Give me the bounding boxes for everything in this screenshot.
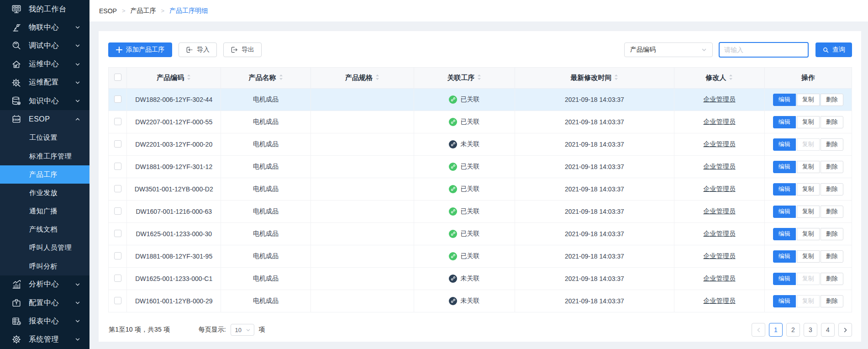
sidebar-subitem[interactable]: 通知广播 bbox=[0, 202, 89, 220]
add-product-process-button[interactable]: 添加产品工序 bbox=[108, 42, 172, 57]
add-button-label: 添加产品工序 bbox=[126, 46, 164, 54]
column-header-label: 关联工序 bbox=[447, 74, 474, 82]
copy-button[interactable]: 复制 bbox=[797, 161, 820, 173]
sidebar-item-debug[interactable]: 调试中心 bbox=[0, 37, 89, 55]
breadcrumb-link[interactable]: ESOP bbox=[99, 7, 117, 15]
edit-button[interactable]: 编辑 bbox=[773, 273, 796, 285]
row-checkbox[interactable] bbox=[114, 207, 121, 215]
modifier-link[interactable]: 企业管理员 bbox=[703, 185, 735, 192]
edit-button[interactable]: 编辑 bbox=[773, 250, 796, 263]
modifier-link[interactable]: 企业管理员 bbox=[703, 118, 735, 125]
row-checkbox[interactable] bbox=[114, 95, 121, 103]
sidebar-subitem-active[interactable]: 产品工序 bbox=[0, 165, 89, 184]
import-button[interactable]: 导入 bbox=[179, 42, 217, 57]
sidebar-item-knowledge[interactable]: 知识中心 bbox=[0, 92, 89, 110]
sidebar-item-report[interactable]: 报表中心 bbox=[0, 312, 89, 330]
row-checkbox[interactable] bbox=[114, 118, 121, 125]
search-field-select[interactable]: 产品编码 bbox=[624, 42, 713, 57]
sort-icon[interactable] bbox=[375, 74, 379, 82]
export-button[interactable]: 导出 bbox=[223, 42, 262, 57]
sort-icon[interactable] bbox=[187, 74, 191, 82]
per-page-select[interactable]: 10 bbox=[231, 324, 254, 336]
link-icon bbox=[451, 208, 456, 215]
link-icon bbox=[451, 275, 456, 282]
copy-button[interactable]: 复制 bbox=[797, 183, 820, 196]
sidebar-item-analysis[interactable]: 分析中心 bbox=[0, 275, 89, 294]
sidebar-item-esop[interactable]: ESOPESOP bbox=[0, 110, 89, 128]
column-header-spec[interactable]: 产品规格 bbox=[310, 68, 414, 89]
row-checkbox[interactable] bbox=[114, 163, 121, 170]
chevron-down-icon bbox=[75, 318, 80, 324]
modifier-link[interactable]: 企业管理员 bbox=[703, 163, 735, 170]
delete-button[interactable]: 删除 bbox=[821, 183, 843, 196]
modifier-link[interactable]: 企业管理员 bbox=[703, 230, 735, 237]
delete-button[interactable]: 删除 bbox=[821, 295, 843, 307]
sidebar-item-iot[interactable]: 物联中心 bbox=[0, 18, 89, 37]
modifier-link[interactable]: 企业管理员 bbox=[703, 275, 735, 282]
edit-button[interactable]: 编辑 bbox=[773, 138, 796, 151]
delete-button[interactable]: 删除 bbox=[821, 206, 843, 218]
modifier-link[interactable]: 企业管理员 bbox=[703, 252, 735, 259]
row-checkbox[interactable] bbox=[114, 185, 121, 192]
copy-button[interactable]: 复制 bbox=[797, 250, 820, 263]
edit-button[interactable]: 编辑 bbox=[773, 228, 796, 240]
edit-button[interactable]: 编辑 bbox=[773, 94, 796, 106]
row-checkbox[interactable] bbox=[114, 297, 121, 304]
column-header-code[interactable]: 产品编码 bbox=[127, 68, 221, 89]
edit-button[interactable]: 编辑 bbox=[773, 206, 796, 218]
query-button[interactable]: 查询 bbox=[815, 42, 852, 57]
select-all-checkbox[interactable] bbox=[114, 74, 121, 81]
delete-button[interactable]: 删除 bbox=[821, 250, 843, 263]
copy-button[interactable]: 复制 bbox=[797, 94, 820, 106]
search-input[interactable] bbox=[719, 42, 809, 58]
copy-button[interactable]: 复制 bbox=[797, 206, 820, 218]
sort-icon[interactable] bbox=[279, 74, 283, 82]
edit-button[interactable]: 编辑 bbox=[773, 116, 796, 128]
edit-button[interactable]: 编辑 bbox=[773, 161, 796, 173]
delete-button[interactable]: 删除 bbox=[821, 273, 843, 285]
sidebar-item-workbench[interactable]: 我的工作台 bbox=[0, 0, 89, 18]
sort-icon[interactable] bbox=[614, 74, 618, 82]
pagination-page-2[interactable]: 2 bbox=[786, 323, 800, 337]
row-checkbox[interactable] bbox=[114, 230, 121, 237]
cell-product-spec bbox=[310, 156, 414, 178]
sidebar-item-ops-config[interactable]: 运维配置 bbox=[0, 74, 89, 92]
sidebar-subitem[interactable]: 呼叫人员管理 bbox=[0, 238, 89, 257]
edit-button[interactable]: 编辑 bbox=[773, 183, 796, 196]
column-header-name[interactable]: 产品名称 bbox=[221, 68, 310, 89]
sidebar-subitem[interactable]: 工位设置 bbox=[0, 128, 89, 147]
sidebar-subitem[interactable]: 产线文档 bbox=[0, 220, 89, 238]
sidebar-subitem[interactable]: 标准工序管理 bbox=[0, 147, 89, 165]
pagination-page-4[interactable]: 4 bbox=[821, 323, 835, 337]
table-row: DW1881-009-12YF-301-12电机成品已关联2021-09-18 … bbox=[109, 156, 852, 178]
modifier-link[interactable]: 企业管理员 bbox=[703, 95, 735, 103]
sidebar-subitem[interactable]: 呼叫分析 bbox=[0, 257, 89, 275]
sidebar-item-system[interactable]: 系统管理 bbox=[0, 330, 89, 349]
delete-button[interactable]: 删除 bbox=[821, 161, 843, 173]
column-header-modified[interactable]: 最新修改时间 bbox=[515, 68, 674, 89]
delete-button[interactable]: 删除 bbox=[821, 94, 843, 106]
copy-button[interactable]: 复制 bbox=[797, 228, 820, 240]
column-header-linked[interactable]: 关联工序 bbox=[414, 68, 515, 89]
breadcrumb-link[interactable]: 产品工序 bbox=[131, 7, 156, 15]
modifier-link[interactable]: 企业管理员 bbox=[703, 297, 735, 304]
sort-icon[interactable] bbox=[477, 74, 481, 82]
row-checkbox[interactable] bbox=[114, 140, 121, 148]
edit-button[interactable]: 编辑 bbox=[773, 295, 796, 307]
sidebar-item-config[interactable]: 配置中心 bbox=[0, 294, 89, 312]
modifier-link[interactable]: 企业管理员 bbox=[703, 207, 735, 215]
copy-button[interactable]: 复制 bbox=[797, 116, 820, 128]
pagination-page-1[interactable]: 1 bbox=[769, 323, 783, 337]
sort-icon[interactable] bbox=[729, 74, 733, 82]
column-header-modifier[interactable]: 修改人 bbox=[674, 68, 764, 89]
sidebar-subitem[interactable]: 作业发放 bbox=[0, 184, 89, 202]
pagination-page-3[interactable]: 3 bbox=[804, 323, 817, 337]
delete-button[interactable]: 删除 bbox=[821, 228, 843, 240]
pagination-next-button[interactable] bbox=[838, 323, 852, 337]
modifier-link[interactable]: 企业管理员 bbox=[703, 140, 735, 148]
row-checkbox[interactable] bbox=[114, 275, 121, 282]
delete-button[interactable]: 删除 bbox=[821, 116, 843, 128]
delete-button[interactable]: 删除 bbox=[821, 138, 843, 151]
sidebar-item-ops[interactable]: 运维中心 bbox=[0, 55, 89, 74]
row-checkbox[interactable] bbox=[114, 252, 121, 259]
